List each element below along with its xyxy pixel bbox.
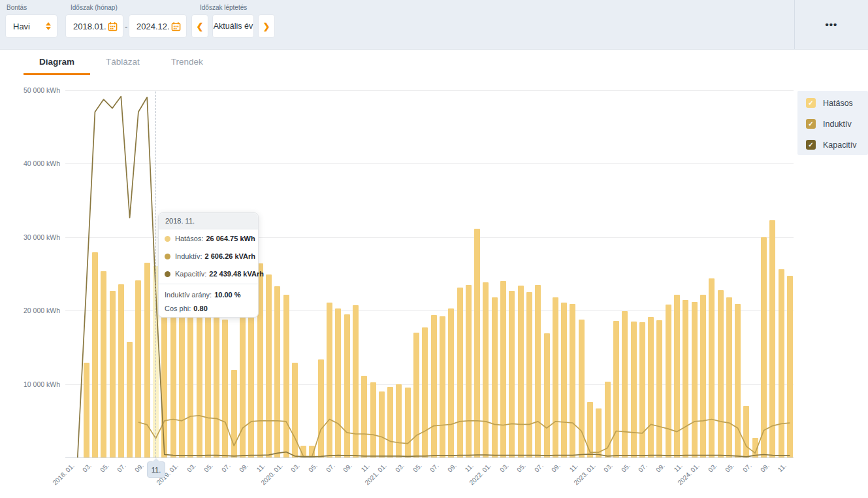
chart-tooltip: 2018. 11. Hatásos: 26 064.75 kWh Induktí… xyxy=(158,212,259,318)
tooltip-value: 2 606.26 kVArh xyxy=(205,252,255,260)
checkbox-checked-icon[interactable]: ✓ xyxy=(806,140,816,150)
tooltip-row-induktiv: Induktív: 2 606.26 kVArh xyxy=(159,247,258,265)
tooltip-label: Induktív arány: xyxy=(165,291,212,299)
legend-label: Kapacitív xyxy=(823,141,856,150)
tooltip-label: Cos phi: xyxy=(165,305,191,312)
tooltip-row-hatasos: Hatásos: 26 064.75 kWh xyxy=(159,229,258,247)
chart-lines-layer xyxy=(0,0,868,498)
legend-panel: ✓ Hatásos ✓ Induktív ✓ Kapacitív xyxy=(797,91,868,155)
tooltip-value: 10.00 % xyxy=(214,291,240,299)
hatasos-dot-icon xyxy=(165,236,170,242)
kapacitiv-dot-icon xyxy=(165,271,170,277)
tooltip-label: Kapacitív: xyxy=(175,270,206,278)
checkbox-checked-icon[interactable]: ✓ xyxy=(806,98,816,108)
legend-item-induktiv[interactable]: ✓ Induktív xyxy=(806,119,852,129)
badge-pointer-icon xyxy=(152,458,160,462)
tooltip-value: 22 439.48 kVArh xyxy=(209,270,264,278)
tooltip-value: 0.80 xyxy=(193,305,207,312)
induktiv-dot-icon xyxy=(165,254,170,259)
tooltip-divider xyxy=(159,284,258,284)
legend-label: Hatásos xyxy=(823,99,853,108)
tooltip-row-kapacitiv: Kapacitív: 22 439.48 kVArh xyxy=(159,265,258,282)
tooltip-title: 2018. 11. xyxy=(159,213,258,229)
hover-guideline xyxy=(155,91,156,457)
badge-label: 11. xyxy=(152,466,161,474)
tooltip-label: Induktív: xyxy=(175,252,202,260)
legend-item-kapacitiv[interactable]: ✓ Kapacitív xyxy=(806,140,856,150)
tooltip-row-arany: Induktív arány: 10.00 % xyxy=(159,286,258,303)
tooltip-row-cosphi: Cos phi: 0.80 xyxy=(159,303,258,317)
tooltip-value: 26 064.75 kWh xyxy=(206,235,255,242)
induktiv-line xyxy=(138,416,790,456)
tooltip-label: Hatásos: xyxy=(175,235,203,242)
legend-item-hatasos[interactable]: ✓ Hatásos xyxy=(806,98,853,108)
checkbox-checked-icon[interactable]: ✓ xyxy=(806,119,816,129)
legend-label: Induktív xyxy=(823,120,852,129)
x-axis-hover-badge: 11. xyxy=(147,461,165,478)
